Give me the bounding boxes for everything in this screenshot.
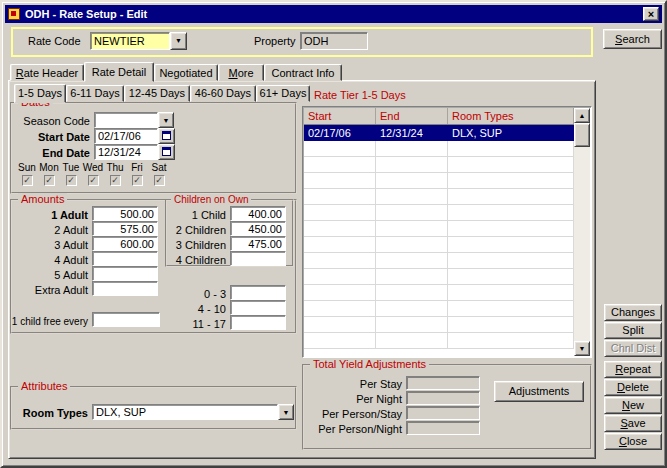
column-header-start[interactable]: Start	[304, 108, 376, 124]
adjustments-button[interactable]: Adjustments	[494, 381, 584, 402]
subtab-6-11-days[interactable]: 6-11 Days	[66, 85, 124, 102]
weekday-checkbox-sun[interactable]: ✓	[22, 175, 33, 186]
age-4-10-input[interactable]	[230, 300, 286, 315]
close-window-button[interactable]: Close	[604, 433, 662, 450]
child-3-label: 3 Children	[170, 239, 226, 251]
adult-5-input[interactable]	[92, 266, 158, 281]
weekday-checkbox-thu[interactable]: ✓	[110, 175, 121, 186]
extra-adult-input[interactable]	[92, 281, 158, 296]
subtab-61-plus-days[interactable]: 61+ Days	[256, 85, 310, 102]
child-4-input[interactable]	[230, 251, 286, 266]
subtab-1-5-days[interactable]: 1-5 Days	[14, 84, 66, 103]
season-code-input[interactable]	[94, 112, 158, 128]
adult-4-input[interactable]	[92, 251, 158, 266]
weekday-label: Fri	[131, 162, 143, 173]
scroll-up-button[interactable]: ▲	[574, 108, 590, 123]
app-icon	[8, 8, 20, 20]
room-types-input[interactable]	[92, 404, 278, 420]
table-row-empty[interactable]	[304, 237, 574, 253]
check-icon: ✓	[133, 175, 141, 185]
tab-contract-info[interactable]: Contract Info	[264, 64, 342, 81]
table-row-empty[interactable]	[304, 253, 574, 269]
scroll-down-button[interactable]: ▼	[574, 341, 590, 356]
tab-rate-detail[interactable]: Rate Detail	[84, 62, 154, 82]
table-row-empty[interactable]	[304, 141, 574, 157]
rate-tier-title: Rate Tier 1-5 Days	[314, 89, 406, 101]
split-button[interactable]: Split	[604, 322, 662, 339]
start-date-calendar-button[interactable]	[158, 128, 175, 144]
vertical-scrollbar[interactable]: ▲ ▼	[574, 108, 590, 356]
per-person-stay-input[interactable]	[406, 406, 480, 420]
weekday-checkbox-mon[interactable]: ✓	[44, 175, 55, 186]
per-person-night-input[interactable]	[406, 421, 480, 435]
new-button[interactable]: New	[604, 397, 662, 414]
scroll-down-icon: ▼	[579, 345, 586, 352]
table-row-empty[interactable]	[304, 301, 574, 317]
table-row-empty[interactable]	[304, 333, 574, 349]
table-row-empty[interactable]	[304, 189, 574, 205]
adult-5-label: 5 Adult	[12, 269, 88, 281]
room-types-dropdown-button[interactable]: ▼	[278, 404, 294, 420]
save-button[interactable]: Save	[604, 415, 662, 432]
table-row-empty[interactable]	[304, 317, 574, 333]
start-date-input[interactable]	[94, 128, 158, 144]
cell-end: 12/31/24	[376, 125, 448, 141]
column-header-room-types[interactable]: Room Types	[448, 108, 574, 124]
weekday-checkbox-wed[interactable]: ✓	[88, 175, 99, 186]
column-header-end[interactable]: End	[376, 108, 448, 124]
repeat-button[interactable]: Repeat	[604, 361, 662, 378]
close-button[interactable]: ×	[643, 7, 659, 21]
per-person-night-label: Per Person/Night	[304, 423, 402, 435]
close-icon: ×	[648, 8, 654, 20]
weekday-checkbox-tue[interactable]: ✓	[66, 175, 77, 186]
adult-1-input[interactable]	[92, 206, 158, 221]
adult-1-label: 1 Adult	[12, 209, 88, 221]
property-input[interactable]	[300, 32, 368, 50]
adult-3-input[interactable]	[92, 236, 158, 251]
table-row-empty[interactable]	[304, 157, 574, 173]
child-1-label: 1 Child	[170, 209, 226, 221]
season-code-dropdown-button[interactable]: ▼	[158, 112, 174, 128]
rate-code-dropdown-button[interactable]: ▼	[170, 32, 187, 50]
titlebar[interactable]: ODH - Rate Setup - Edit ×	[5, 5, 662, 23]
per-stay-input[interactable]	[406, 376, 480, 390]
weekday-checkbox-sat[interactable]: ✓	[154, 175, 165, 186]
scrollbar-thumb[interactable]	[574, 123, 590, 147]
child-free-input[interactable]	[92, 312, 160, 327]
end-date-calendar-button[interactable]	[158, 144, 175, 160]
tab-more[interactable]: More	[218, 64, 264, 81]
table-row-empty[interactable]	[304, 205, 574, 221]
cell-start: 02/17/06	[304, 125, 376, 141]
tab-negotiated[interactable]: Negotiated	[154, 64, 218, 81]
per-night-input[interactable]	[406, 391, 480, 405]
check-icon: ✓	[67, 175, 75, 185]
search-button[interactable]: Search	[603, 29, 662, 49]
child-1-input[interactable]	[230, 206, 286, 221]
table-row-selected[interactable]: 02/17/06 12/31/24 DLX, SUP	[304, 125, 574, 141]
tab-rate-header[interactable]: Rate Header	[10, 64, 84, 81]
per-night-label: Per Night	[304, 393, 402, 405]
subtab-12-45-days[interactable]: 12-45 Days	[124, 85, 190, 102]
delete-button[interactable]: Delete	[604, 379, 662, 396]
child-3-input[interactable]	[230, 236, 286, 251]
calendar-icon	[162, 147, 171, 156]
chnl-dist-button: Chnl Dist	[604, 340, 662, 357]
window-title: ODH - Rate Setup - Edit	[25, 8, 643, 20]
table-row-empty[interactable]	[304, 221, 574, 237]
age-4-10-label: 4 - 10	[152, 303, 226, 315]
yield-group-title: Total Yield Adjustments	[310, 358, 429, 370]
changes-button[interactable]: Changes	[604, 304, 662, 321]
end-date-input[interactable]	[94, 144, 158, 160]
per-stay-label: Per Stay	[304, 378, 402, 390]
table-row-empty[interactable]	[304, 173, 574, 189]
rate-code-input[interactable]	[90, 32, 170, 50]
table-row-empty[interactable]	[304, 269, 574, 285]
weekday-checkbox-fri[interactable]: ✓	[132, 175, 143, 186]
age-11-17-input[interactable]	[230, 315, 286, 330]
chevron-down-icon: ▼	[175, 37, 182, 44]
child-2-input[interactable]	[230, 221, 286, 236]
subtab-46-60-days[interactable]: 46-60 Days	[190, 85, 256, 102]
table-row-empty[interactable]	[304, 285, 574, 301]
age-0-3-input[interactable]	[230, 285, 286, 300]
adult-2-input[interactable]	[92, 221, 158, 236]
